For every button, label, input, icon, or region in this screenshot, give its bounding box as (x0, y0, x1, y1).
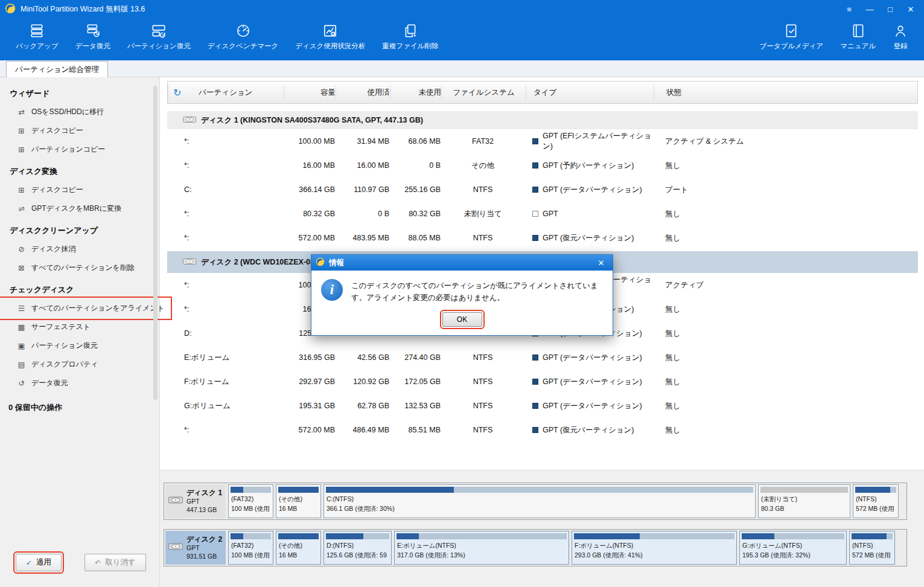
sidebar-item-disk-wipe[interactable]: ⊘ ディスク抹消 (0, 240, 80, 258)
usage-bar (326, 487, 753, 493)
partition-block[interactable]: (FAT32) 100 MB (使用 (228, 531, 273, 565)
partition-fs-label: E:ボリューム(NTFS) (395, 540, 569, 550)
partition-block[interactable]: D:(NTFS) 125.6 GB (使用済: 59 (323, 531, 392, 565)
apply-label: 適用 (36, 557, 51, 568)
toolbar-register[interactable]: 登録 (884, 18, 917, 60)
table-row[interactable]: F:ボリューム 292.97 GB 120.92 GB 172.05 GB NT… (167, 370, 918, 394)
sidebar-item-disk-copy-2[interactable]: ⊞ ディスクコピー (0, 181, 88, 199)
app-logo-icon (5, 3, 16, 16)
disk-icon (183, 115, 196, 126)
partition-size-label: 100 MB (使用 (229, 504, 273, 513)
tab-strip: パーティション総合管理 (0, 60, 924, 77)
toolbar-manual[interactable]: マニュアル (832, 18, 884, 60)
maximize-button[interactable]: □ (882, 2, 899, 16)
col-header-used[interactable]: 使用済 (336, 85, 390, 100)
refresh-icon[interactable]: ↻ (173, 87, 181, 98)
partition-size-label: 125.6 GB (使用済: 59 (324, 550, 391, 560)
disk1-map-label[interactable]: ディスク 1 GPT 447.13 GB (165, 484, 226, 518)
disk-usage-analysis-icon (322, 23, 338, 39)
sidebar-item-disk-properties[interactable]: ▤ ディスクプロパティ (0, 355, 103, 374)
col-header-type[interactable]: タイプ (526, 85, 654, 100)
table-row[interactable]: *: 16.00 MB 16.00 MB 0 B その他 GPT (予約パーティ… (167, 153, 918, 178)
toolbar-disk-benchmark[interactable]: ディスクベンチマーク (199, 18, 287, 60)
partition-block[interactable]: (その他) 16 MB (276, 484, 321, 518)
partition-block[interactable]: E:ボリューム(NTFS) 317.0 GB (使用済: 13%) (394, 531, 569, 565)
sidebar-item-data-recovery[interactable]: ↺ データ復元 (0, 374, 73, 393)
toolbar-disk-usage-analysis[interactable]: ディスク使用状況分析 (287, 18, 374, 60)
usage-bar (855, 487, 896, 493)
sidebar-scrollbar[interactable] (153, 86, 158, 400)
disk-scheme: GPT (186, 498, 222, 505)
col-header-unused[interactable]: 未使用 (390, 85, 441, 100)
table-row[interactable]: *: 572.00 MB 483.95 MB 88.05 MB NTFS GPT… (167, 226, 918, 250)
table-row[interactable]: C: 366.14 GB 110.97 GB 255.16 GB NTFS GP… (167, 178, 918, 202)
disk-icon (183, 257, 196, 268)
os-migrate-icon: ⇄ (17, 107, 26, 117)
toolbar-duplicate-file-remover[interactable]: 重複ファイル削除 (374, 18, 447, 60)
partition-block[interactable]: (FAT32) 100 MB (使用 (228, 484, 273, 518)
dialog-titlebar[interactable]: 情報 ✕ (311, 255, 613, 271)
partition-unused: 274.40 GB (389, 353, 441, 362)
partition-block[interactable]: (その他) 16 MB (276, 531, 321, 565)
disk-icon (168, 542, 183, 554)
minimize-button[interactable]: — (861, 2, 878, 16)
toolbar-backup[interactable]: バックアップ (7, 18, 67, 60)
col-header-filesystem[interactable]: ファイルシステム (441, 85, 526, 100)
table-row[interactable]: *: 100.00 MB 31.94 MB 68.06 MB FAT32 GPT… (167, 129, 918, 153)
col-header-status[interactable]: 状態 (654, 85, 917, 100)
partition-type: GPT (データパーティション) (525, 353, 653, 363)
partition-block[interactable]: F:ボリューム(NTFS) 293.0 GB (使用済: 41%) (572, 531, 737, 565)
sidebar: ウィザード ⇄ OSをSSD/HDDに移行 ⊞ ディスクコピー ⊞ パーティショ… (0, 77, 160, 587)
sidebar-item-surface-test[interactable]: ▦ サーフェステスト (0, 318, 95, 336)
partition-block[interactable]: (未割り当て) 80.3 GB (758, 484, 850, 518)
table-row[interactable]: *: 572.00 MB 486.49 MB 85.51 MB NTFS GPT… (167, 418, 918, 442)
toolbar-bootable-media[interactable]: ブータブルメディア (751, 18, 832, 60)
partition-capacity: 292.97 GB (283, 377, 335, 386)
sidebar-item-partition-copy[interactable]: ⊞ パーティションコピー (0, 140, 110, 159)
app-window: MiniTool Partition Wizard 無料版 13.6 ≡ — □… (0, 0, 924, 587)
partition-used: 483.95 MB (335, 234, 389, 242)
disk2-title: ディスク 2 (WDC WD10EZEX-08WN (201, 257, 327, 268)
sidebar-item-migrate-os[interactable]: ⇄ OSをSSD/HDDに移行 (0, 103, 109, 121)
usage-bar-fill (326, 487, 454, 493)
partition-filesystem: NTFS (441, 377, 525, 386)
partition-unused: 172.05 GB (389, 377, 441, 386)
sidebar-item-disk-copy-1[interactable]: ⊞ ディスクコピー (0, 121, 88, 140)
partition-filesystem: NTFS (441, 426, 525, 434)
dialog-close-button[interactable]: ✕ (594, 258, 608, 268)
disk2-map-label[interactable]: ディスク 2 GPT 931.51 GB (165, 531, 226, 565)
usage-bar (278, 533, 319, 539)
partition-block[interactable]: G:ボリューム(NTFS) 195.3 GB (使用済: 32%) (739, 531, 847, 565)
partition-capacity: 80.32 GB (283, 210, 335, 218)
disk1-header-row[interactable]: ディスク 1 (KINGSTON SA400S37480G SATA, GPT,… (167, 111, 918, 129)
partition-capacity: 316.95 GB (283, 353, 335, 362)
table-row[interactable]: G:ボリューム 195.31 GB 62.78 GB 132.53 GB NTF… (167, 394, 918, 418)
partition-type: GPT (予約パーティション) (525, 161, 653, 171)
table-row[interactable]: *: 80.32 GB 0 B 80.32 GB 未割り当て GPT 無し (167, 202, 918, 226)
ok-button[interactable]: OK (442, 312, 482, 327)
sidebar-item-align-all-partitions[interactable]: ☰ すべてのパーティションをアライメント (0, 299, 170, 318)
sidebar-item-partition-recovery[interactable]: ▣ パーティション復元 (0, 336, 103, 355)
sidebar-item-gpt-to-mbr[interactable]: ⇌ GPTディスクをMBRに変換 (0, 199, 126, 218)
partition-block[interactable]: (NTFS) 572 MB (使用 (853, 484, 899, 518)
partition-status: ブート (653, 185, 918, 195)
sidebar-item-delete-all-partitions[interactable]: ⊠ すべてのパーティションを削除 (0, 258, 139, 277)
close-button[interactable]: ✕ (902, 2, 919, 16)
undo-button[interactable]: ↶ 取り消す (84, 554, 146, 571)
partition-type: GPT (復元パーティション) (525, 425, 653, 435)
partition-name: D: (167, 329, 283, 338)
toolbar-data-recovery[interactable]: データ復元 (67, 18, 119, 60)
partition-size-label: 293.0 GB (使用済: 41%) (572, 550, 736, 560)
menu-button[interactable]: ≡ (841, 2, 858, 16)
usage-bar-fill (855, 487, 890, 493)
partition-block[interactable]: (NTFS) 572 MB (使用 (849, 531, 895, 565)
partition-block[interactable]: C:(NTFS) 366.1 GB (使用済: 30%) (323, 484, 756, 518)
table-row[interactable]: E:ボリューム 316.95 GB 42.56 GB 274.40 GB NTF… (167, 345, 918, 370)
tab-partition-management[interactable]: パーティション総合管理 (6, 61, 108, 77)
titlebar[interactable]: MiniTool Partition Wizard 無料版 13.6 ≡ — □… (0, 0, 924, 18)
col-header-capacity[interactable]: 容量 (284, 85, 336, 100)
col-header-partition[interactable]: パーティション (168, 85, 284, 100)
toolbar-partition-recovery[interactable]: パーティション復元 (119, 18, 199, 60)
apply-button[interactable]: ✓ 適用 (16, 554, 62, 571)
usage-bar-fill (231, 533, 243, 539)
